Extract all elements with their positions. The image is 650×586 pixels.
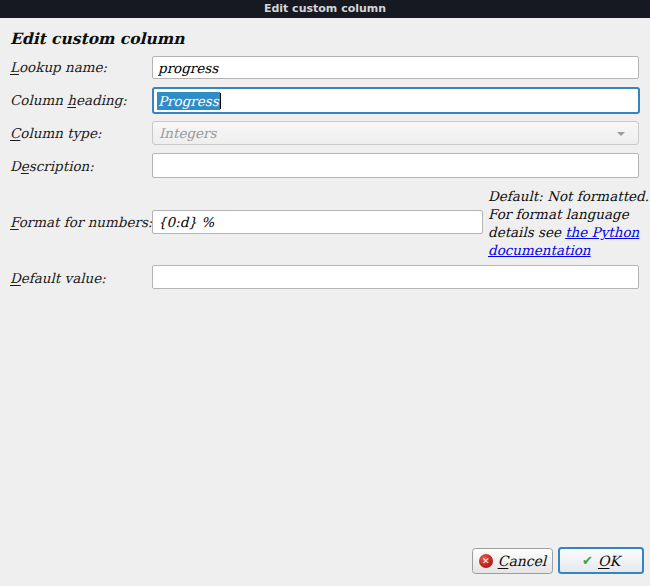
chevron-down-icon bbox=[617, 132, 625, 136]
lookup-name-label: Lookup name: bbox=[10, 59, 107, 75]
column-type-value: Integers bbox=[159, 125, 216, 141]
column-heading-label: Column heading: bbox=[10, 92, 127, 108]
column-type-combobox: Integers bbox=[152, 121, 639, 145]
column-heading-input[interactable]: Progress bbox=[152, 87, 640, 114]
cancel-x-icon: ✕ bbox=[479, 554, 493, 568]
ok-button-label: OK bbox=[598, 553, 620, 569]
ok-button[interactable]: ✔ OK bbox=[558, 547, 644, 574]
cancel-button[interactable]: ✕ Cancel bbox=[472, 548, 553, 574]
description-input[interactable] bbox=[152, 153, 639, 178]
edit-custom-column-dialog: Edit custom column Edit custom column Lo… bbox=[0, 0, 650, 586]
text-cursor bbox=[220, 93, 221, 109]
cancel-button-label: Cancel bbox=[498, 553, 547, 569]
lookup-name-input[interactable] bbox=[152, 56, 639, 79]
dialog-heading: Edit custom column bbox=[10, 29, 184, 48]
format-numbers-input[interactable] bbox=[152, 210, 483, 234]
description-label: Description: bbox=[10, 158, 94, 174]
window-title: Edit custom column bbox=[264, 0, 386, 18]
default-value-label: Default value: bbox=[10, 270, 106, 286]
ok-check-icon: ✔ bbox=[582, 554, 593, 567]
format-help-text: Default: Not formatted. For format langu… bbox=[488, 187, 648, 259]
window-titlebar: Edit custom column bbox=[0, 0, 650, 18]
format-numbers-label: Format for numbers: bbox=[10, 214, 152, 230]
selected-text: Progress bbox=[157, 92, 220, 110]
default-value-input[interactable] bbox=[152, 265, 639, 289]
column-type-label: Column type: bbox=[10, 125, 102, 141]
